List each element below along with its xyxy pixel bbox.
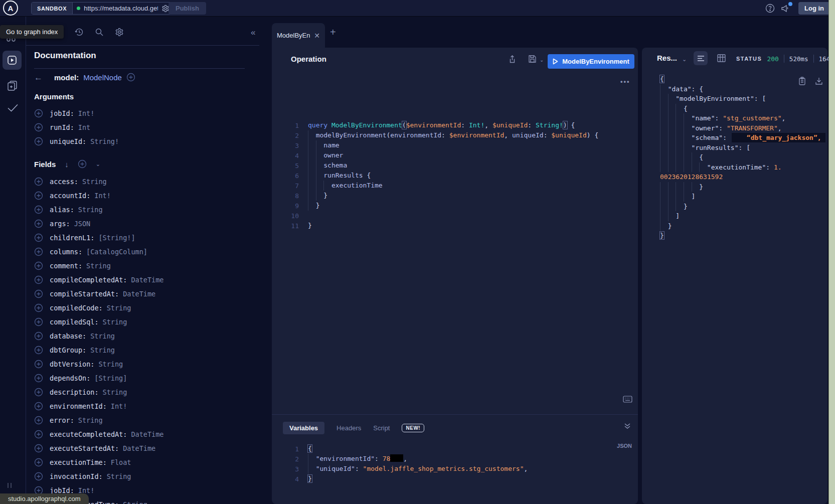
field-type[interactable]: Int xyxy=(78,123,90,131)
collapse-variables-icon[interactable] xyxy=(624,423,631,429)
field-type[interactable]: DateTime xyxy=(131,276,163,284)
tab-headers[interactable]: Headers xyxy=(337,424,361,432)
field-name[interactable]: database: xyxy=(50,332,86,340)
field-name[interactable]: args: xyxy=(50,220,70,228)
response-title-chevron-icon[interactable]: ⌄ xyxy=(682,56,687,63)
response-format-table-icon[interactable] xyxy=(717,54,726,62)
field-type[interactable]: String xyxy=(90,346,115,354)
login-button[interactable]: Log in xyxy=(798,2,830,15)
add-field-icon[interactable] xyxy=(34,416,43,425)
add-field-icon[interactable] xyxy=(34,123,43,132)
field-name[interactable]: jobId: xyxy=(50,109,74,117)
keyboard-shortcuts-icon[interactable] xyxy=(623,396,632,403)
sidebar-item-explorer[interactable] xyxy=(3,51,22,70)
search-icon[interactable] xyxy=(95,28,104,37)
share-icon[interactable] xyxy=(508,55,517,64)
field-name[interactable]: columns: xyxy=(50,248,82,256)
publish-button[interactable]: Publish xyxy=(169,2,206,15)
field-type[interactable]: String xyxy=(107,472,131,480)
add-field-icon[interactable] xyxy=(34,458,43,467)
add-field-icon[interactable] xyxy=(34,402,43,411)
collapse-docs-panel-icon[interactable]: « xyxy=(251,28,255,38)
add-field-icon[interactable] xyxy=(34,177,43,186)
field-type[interactable]: String xyxy=(123,500,147,504)
field-name[interactable]: executeStartedAt: xyxy=(50,444,119,452)
endpoint-url-text[interactable]: https://metadata.cloud.get xyxy=(84,5,158,12)
add-field-icon[interactable] xyxy=(34,374,43,383)
help-icon[interactable] xyxy=(765,4,775,13)
add-field-icon[interactable] xyxy=(34,472,43,481)
add-field-icon[interactable] xyxy=(34,233,43,242)
sort-descending-icon[interactable]: ↓ xyxy=(65,160,69,169)
add-field-icon[interactable] xyxy=(34,430,43,439)
field-name[interactable]: compiledSql: xyxy=(50,318,99,326)
field-name[interactable]: environmentId: xyxy=(50,402,107,410)
response-title[interactable]: Res... xyxy=(657,54,677,62)
response-format-json-button[interactable] xyxy=(694,51,708,65)
add-field-icon[interactable] xyxy=(34,275,43,284)
new-tab-icon[interactable]: + xyxy=(330,27,336,38)
field-type[interactable]: String xyxy=(78,206,103,214)
endpoint-url-field[interactable]: https://metadata.cloud.get xyxy=(73,3,177,14)
field-name[interactable]: invocationId: xyxy=(50,472,103,480)
field-type[interactable]: Int! xyxy=(78,109,95,117)
field-type[interactable]: String xyxy=(90,332,115,340)
operation-menu-icon[interactable]: ••• xyxy=(620,78,630,85)
field-name[interactable]: compiledCode: xyxy=(50,304,103,312)
field-type[interactable]: Int! xyxy=(111,402,127,410)
close-tab-icon[interactable]: ✕ xyxy=(314,32,320,40)
tab-script[interactable]: Script xyxy=(373,424,390,432)
add-field-icon[interactable] xyxy=(34,331,43,341)
field-type[interactable]: String xyxy=(86,262,111,270)
add-field-icon[interactable] xyxy=(34,109,43,118)
field-name[interactable]: executionTime: xyxy=(50,458,107,466)
field-name[interactable]: executeCompletedAt: xyxy=(50,430,127,438)
breadcrumb-type-link[interactable]: ModelNode xyxy=(83,73,122,82)
add-all-fields-icon[interactable] xyxy=(126,73,135,82)
add-field-icon[interactable] xyxy=(34,346,43,355)
sidebar-item-collections[interactable] xyxy=(7,80,19,92)
save-icon[interactable] xyxy=(528,55,537,63)
add-field-icon[interactable] xyxy=(34,261,43,270)
chevron-down-icon[interactable]: ⌄ xyxy=(96,161,100,167)
save-options-chevron-icon[interactable]: ⌄ xyxy=(540,57,544,63)
add-field-icon[interactable] xyxy=(34,360,43,369)
add-field-icon[interactable] xyxy=(34,247,43,256)
add-field-icon[interactable] xyxy=(34,317,43,326)
add-field-icon[interactable] xyxy=(34,388,43,397)
field-type[interactable]: String! xyxy=(90,137,119,145)
settings-gear-icon[interactable] xyxy=(115,28,124,37)
add-field-icon[interactable] xyxy=(34,219,43,228)
add-field-icon[interactable] xyxy=(34,444,43,453)
field-type[interactable]: String xyxy=(103,318,127,326)
field-type[interactable]: Float xyxy=(111,458,131,466)
history-icon[interactable] xyxy=(75,28,84,37)
add-field-icon[interactable] xyxy=(34,205,43,214)
tab-modelbyenvironment[interactable]: ModelByEnvi... ✕ xyxy=(272,23,325,48)
field-name[interactable]: comment: xyxy=(50,262,82,270)
operation-editor[interactable]: 1query ModelByEnvironment($environmentId… xyxy=(284,120,598,231)
field-type[interactable]: [CatalogColumn] xyxy=(86,248,147,256)
field-type[interactable]: JSON xyxy=(74,220,91,228)
field-type[interactable]: String xyxy=(78,416,103,424)
field-name[interactable]: accountId: xyxy=(50,192,90,200)
run-operation-button[interactable]: ModelByEnvironment xyxy=(548,54,634,69)
field-name[interactable]: dependsOn: xyxy=(50,374,90,382)
field-type[interactable]: DateTime xyxy=(123,290,155,298)
add-field-icon[interactable] xyxy=(34,289,43,298)
field-name[interactable]: uniqueId: xyxy=(50,137,86,145)
back-arrow-icon[interactable]: ← xyxy=(34,73,43,82)
field-name[interactable]: compileCompletedAt: xyxy=(50,276,127,284)
variables-editor[interactable]: 1{2"environmentId": 78,3"uniqueId": "mod… xyxy=(284,444,528,484)
add-fields-icon[interactable] xyxy=(78,159,87,169)
field-type[interactable]: Int! xyxy=(94,192,111,200)
field-type[interactable]: String xyxy=(103,388,127,396)
field-name[interactable]: runId: xyxy=(50,123,74,131)
field-name[interactable]: dbtVersion: xyxy=(50,360,94,368)
field-name[interactable]: dbtGroup: xyxy=(50,346,86,354)
sidebar-item-checks[interactable] xyxy=(7,103,19,113)
field-name[interactable]: alias: xyxy=(50,206,74,214)
field-name[interactable]: error: xyxy=(50,416,74,424)
field-type[interactable]: [String] xyxy=(94,374,127,382)
field-name[interactable]: description: xyxy=(50,388,99,396)
